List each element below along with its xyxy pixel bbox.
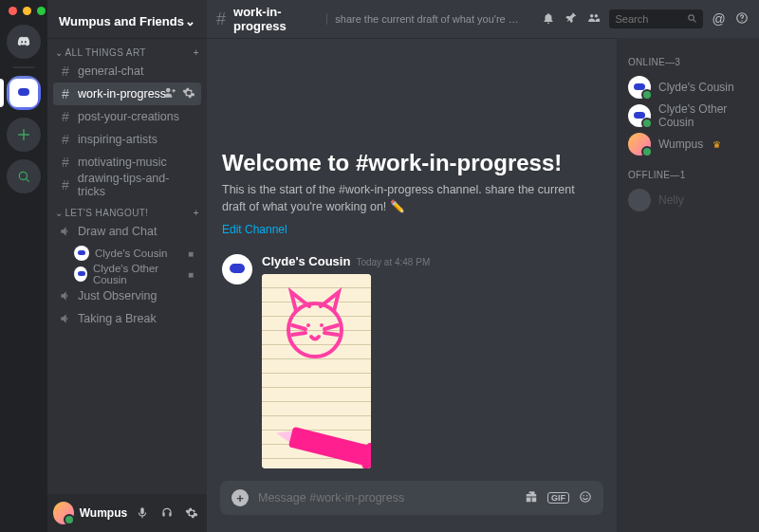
server-header[interactable]: Wumpus and Friends ⌄ (47, 4, 207, 38)
channel-drawing-tips-and-tricks[interactable]: #drawing-tips-and-tricks (53, 174, 201, 196)
avatar-icon (628, 104, 651, 127)
user-panel: Wumpus (47, 494, 207, 532)
minimize-window-icon[interactable] (23, 7, 31, 15)
speaker-icon (59, 225, 72, 238)
channel-label: Taking a Break (78, 312, 157, 325)
create-channel-icon[interactable]: + (194, 47, 199, 58)
self-avatar[interactable] (53, 502, 74, 524)
emoji-button[interactable] (579, 490, 592, 506)
svg-point-3 (741, 20, 742, 21)
hash-icon: # (59, 155, 72, 170)
channel-label: post-your-creations (78, 110, 179, 123)
gift-button[interactable] (525, 490, 538, 506)
svg-point-7 (581, 491, 591, 502)
close-window-icon[interactable] (9, 7, 17, 15)
deafen-button[interactable] (157, 503, 176, 523)
avatar-icon (74, 246, 89, 261)
channel-label: Draw and Chat (78, 225, 157, 238)
channel-label: general-chat (78, 64, 144, 78)
channel-motivating-music[interactable]: #motivating-music (53, 151, 201, 174)
pinned-messages-button[interactable] (564, 11, 579, 28)
channel-label: Just Observing (78, 289, 157, 303)
gear-icon[interactable] (182, 86, 195, 101)
channel-topbar: # work-in-progress share the current dra… (207, 0, 759, 38)
category-all-things-art[interactable]: ⌄ALL THINGS ART + (47, 38, 207, 58)
member-item[interactable]: Clyde's Cousin (624, 73, 751, 101)
avatar-icon (628, 189, 651, 211)
voice-user-name: Clyde's Other Cousin (93, 263, 182, 285)
channel-work-in-progress[interactable]: #work-in-progress (53, 83, 201, 105)
voice-user[interactable]: Clyde's Cousin■ (53, 243, 201, 264)
member-name: Clyde's Other Cousin (658, 102, 748, 129)
member-item[interactable]: Wumpus♛ (624, 130, 751, 158)
search-input[interactable] (615, 13, 683, 25)
attach-button[interactable]: + (231, 489, 249, 506)
maximize-window-icon[interactable] (37, 7, 46, 15)
home-button[interactable] (7, 25, 41, 59)
hash-icon: # (59, 132, 72, 147)
svg-point-5 (306, 323, 310, 327)
voice-channel-draw-and-chat[interactable]: Draw and Chat (53, 220, 201, 243)
chevron-down-icon: ⌄ (185, 14, 195, 28)
svg-point-6 (320, 323, 324, 327)
create-channel-icon[interactable]: + (194, 208, 199, 218)
channel-label: drawing-tips-and-tricks (78, 172, 195, 198)
plus-icon (17, 128, 30, 141)
message-composer[interactable]: + GIF (220, 481, 603, 515)
speaker-icon (59, 289, 72, 303)
voice-channel-taking-a-break[interactable]: Taking a Break (53, 307, 201, 330)
add-server-button[interactable] (7, 118, 41, 152)
message-author[interactable]: Clyde's Cousin (262, 254, 350, 268)
chevron-down-icon: ⌄ (55, 47, 63, 58)
explore-servers-button[interactable] (7, 159, 41, 193)
members-online-heading: ONLINE—3 (628, 57, 748, 67)
avatar-icon (628, 133, 651, 156)
message: Clyde's Cousin Today at 4:48 PM (222, 254, 602, 468)
category-label: LET'S HANGOUT! (65, 208, 148, 218)
server-wumpus-and-friends[interactable] (7, 76, 41, 110)
video-icon: ■ (188, 248, 194, 259)
mentions-button[interactable]: @ (711, 11, 726, 27)
hash-icon: # (216, 9, 226, 29)
edit-channel-link[interactable]: Edit Channel (222, 223, 287, 236)
search-box[interactable] (609, 9, 703, 28)
channel-general-chat[interactable]: #general-chat (53, 60, 201, 83)
hash-icon: # (59, 86, 72, 101)
notifications-button[interactable] (541, 11, 556, 28)
member-list: ONLINE—3 Clyde's Cousin Clyde's Other Co… (617, 38, 759, 532)
message-area: Welcome to #work-in-progress! This is th… (207, 38, 617, 532)
window-traffic-lights[interactable] (9, 7, 46, 15)
voice-user[interactable]: Clyde's Other Cousin■ (53, 264, 201, 284)
gif-button[interactable]: GIF (547, 492, 569, 504)
message-avatar[interactable] (222, 254, 252, 284)
discord-icon (17, 35, 30, 48)
channel-topic[interactable]: share the current draft of what you're w… (326, 13, 525, 25)
welcome-title: Welcome to #work-in-progress! (222, 150, 602, 176)
voice-channel-just-observing[interactable]: Just Observing (53, 284, 201, 307)
composer-input[interactable] (258, 491, 515, 504)
server-rail (0, 0, 47, 532)
channel-post-your-creations[interactable]: #post-your-creations (53, 105, 201, 128)
member-item[interactable]: Nelly (624, 186, 751, 214)
avatar-icon (74, 266, 87, 282)
member-list-toggle[interactable] (586, 11, 602, 28)
member-item[interactable]: Clyde's Other Cousin (624, 101, 751, 130)
svg-point-8 (583, 495, 584, 497)
help-button[interactable] (734, 11, 750, 28)
mute-button[interactable] (133, 503, 152, 523)
member-name: Wumpus (658, 138, 703, 151)
rail-separator (12, 66, 35, 68)
invite-icon[interactable] (163, 86, 176, 101)
video-icon: ■ (188, 269, 194, 280)
member-name: Clyde's Cousin (658, 81, 734, 94)
server-name: Wumpus and Friends (59, 14, 184, 28)
cat-drawing-icon (277, 287, 353, 363)
channel-inspiring-artists[interactable]: #inspiring-artists (53, 128, 201, 151)
hash-icon: # (59, 177, 72, 193)
message-attachment-image[interactable] (262, 274, 371, 468)
channel-label: inspiring-artists (78, 133, 157, 146)
compass-icon (17, 170, 30, 183)
user-settings-button[interactable] (182, 503, 201, 523)
category-lets-hangout[interactable]: ⌄LET'S HANGOUT! + (47, 198, 207, 218)
voice-user-name: Clyde's Cousin (95, 248, 167, 259)
